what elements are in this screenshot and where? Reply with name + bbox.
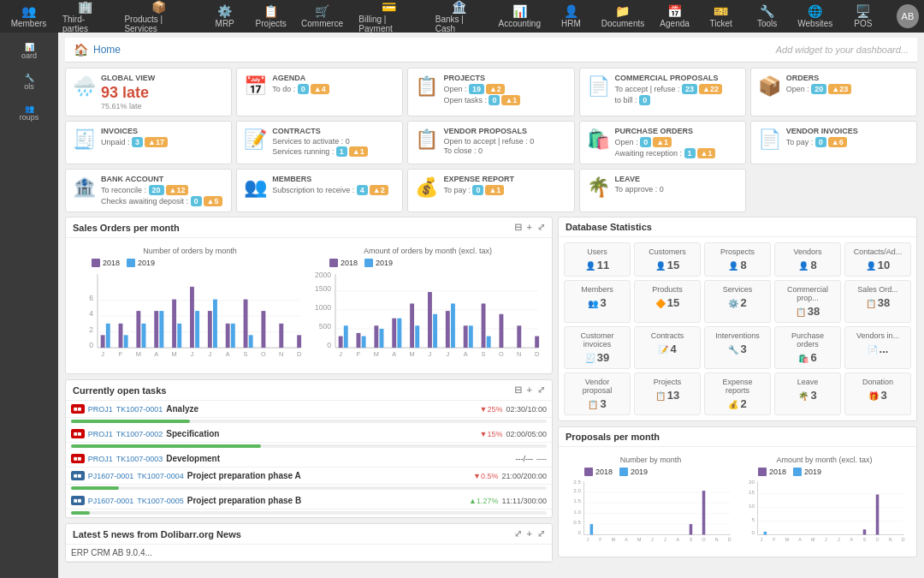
card-bank-account[interactable]: 🏦 BANK ACCOUNT To reconcile : 20▲12 Chec… (65, 169, 232, 212)
prop-legend-2018: 2018 (584, 468, 613, 476)
stat-customer-invoices[interactable]: Customer invoices 🧾39 (564, 326, 631, 369)
card-purchase-orders[interactable]: 🛍️ PURCHASE ORDERS Open : 0▲1 Awaiting r… (579, 121, 746, 164)
stat-contacts[interactable]: Contacts/Ad... 👤10 (844, 242, 911, 277)
svg-rect-69 (487, 337, 491, 348)
card-expense-report[interactable]: 💰 EXPENSE REPORT To pay : 0▲1 (407, 169, 574, 212)
stat-purchase-orders[interactable]: Purchase orders 🛍️6 (774, 326, 841, 369)
stat-prospects[interactable]: Prospects 👤8 (704, 242, 771, 277)
stat-contracts[interactable]: Contracts 📝4 (634, 326, 701, 369)
card-projects[interactable]: 📋 PROJECTS Open : 19▲2 Open tasks : 0▲1 (407, 68, 574, 116)
tasks-filter-icon[interactable]: ⊟ (514, 384, 522, 396)
stat-leave[interactable]: Leave 🌴3 (774, 372, 841, 415)
card-contracts[interactable]: 📝 CONTRACTS Services to activate : 0 Ser… (236, 121, 403, 164)
nav-tools[interactable]: 🔧 Tools (746, 2, 789, 31)
nav-billing[interactable]: 💳 Billing | Payment (352, 0, 424, 36)
nav-accounting[interactable]: 📊 Accounting (493, 2, 546, 31)
card-vendor-proposals[interactable]: 📋 VENDOR PROPOSALS Open to accept | refu… (407, 121, 574, 164)
news-expand-icon[interactable]: ⤢ (537, 528, 545, 539)
expand-icon[interactable]: ⤢ (537, 222, 545, 233)
nav-ticket[interactable]: 🎫 Ticket (700, 2, 743, 31)
stat-members[interactable]: Members 👥3 (564, 280, 631, 323)
card-commercial-proposals[interactable]: 📄 COMMERCIAL PROPOSALS To accept | refus… (579, 68, 746, 116)
nav-third-parties[interactable]: 🏢 Third-parties (56, 0, 114, 36)
stat-products[interactable]: Products 🔶15 (634, 280, 701, 323)
tasks-add-icon[interactable]: + (527, 384, 532, 396)
bank-account-icon: 🏦 (73, 176, 96, 199)
svg-rect-15 (154, 311, 158, 348)
nav-members[interactable]: 👥 Members (5, 2, 52, 31)
main-content: 🏠 Home Add widget to your dashboard... 🌧… (58, 33, 924, 578)
nav-agenda[interactable]: 📅 Agenda (654, 2, 696, 31)
card-orders[interactable]: 📦 ORDERS Open : 20▲23 (750, 68, 917, 116)
stat-vendor-proposal[interactable]: Vendor proposal 📋3 (564, 372, 631, 415)
prop-legend-2019: 2019 (619, 468, 648, 476)
svg-text:M: M (637, 537, 641, 542)
add-icon[interactable]: + (527, 222, 532, 233)
sidebar-item-groups[interactable]: 👥 roups (0, 98, 58, 128)
sales-orders-widget: Sales Orders per month ⊟ + ⤢ Number of o… (65, 217, 553, 374)
nav-documents[interactable]: 📁 Documents (595, 2, 649, 31)
task-tk-1[interactable]: TK1007-0001 (116, 405, 163, 414)
news-item: ERP CRM AB 9.0.4... (66, 545, 552, 562)
nav-pos[interactable]: 🖥️ POS (842, 2, 885, 31)
card-agenda[interactable]: 📅 AGENDA To do : 0▲4 (236, 68, 403, 116)
task-pct-5: ▲1.27% (469, 497, 498, 505)
user-avatar[interactable]: AB (897, 4, 919, 28)
nav-mrp[interactable]: ⚙️ MRP (204, 2, 246, 31)
stat-sales-orders[interactable]: Sales Ord... 📋38 (844, 280, 911, 323)
task-proj-3[interactable]: PROJ1 (88, 455, 113, 463)
filter-icon[interactable]: ⊟ (514, 222, 522, 233)
stat-vendors[interactable]: Vendors 👤8 (774, 242, 841, 277)
task-tk-3[interactable]: TK1007-0003 (116, 455, 163, 463)
cards-row-1: 🌧️ GLOBAL VIEW 93 late 75.61% late 📅 AGE… (65, 68, 917, 116)
card-invoices[interactable]: 🧾 INVOICES Unpaid : 3▲17 (65, 121, 232, 164)
accounting-icon: 📊 (512, 4, 527, 18)
stat-customers[interactable]: Customers 👤15 (634, 242, 701, 277)
task-tk-2[interactable]: TK1007-0002 (116, 430, 163, 438)
news-share-icon[interactable]: ⤢ (514, 528, 522, 539)
nav-websites[interactable]: 🌐 Websites (792, 2, 838, 31)
svg-rect-54 (357, 333, 361, 348)
card-vendor-invoices[interactable]: 📄 VENDOR INVOICES To pay : 0▲6 (750, 121, 917, 164)
svg-rect-59 (397, 319, 401, 348)
svg-rect-57 (380, 329, 384, 348)
task-proj-2[interactable]: PROJ1 (88, 430, 113, 438)
stat-services[interactable]: Services ⚙️2 (704, 280, 771, 323)
amount-legend-2019-label: 2019 (376, 259, 393, 267)
news-add-icon[interactable]: + (527, 528, 532, 539)
svg-text:A: A (677, 537, 680, 542)
nav-banks[interactable]: 🏦 Banks | Cash (429, 0, 489, 36)
task-tk-4[interactable]: TK1007-0004 (137, 472, 184, 480)
task-proj-1[interactable]: PROJ1 (88, 405, 113, 414)
vendor-proposals-open: Open to accept | refuse : 0 (443, 137, 566, 146)
nav-commerce[interactable]: 🛒 Commerce (296, 2, 349, 31)
task-proj-4[interactable]: PJ1607-0001 (88, 472, 134, 480)
card-leave[interactable]: 🌴 LEAVE To approve : 0 (579, 169, 746, 212)
stat-vendor-invoices[interactable]: Vendors in... 📄... (844, 326, 911, 369)
stat-donation[interactable]: Donation 🎁3 (844, 372, 911, 415)
stat-commercial-prop[interactable]: Commercial prop... 📋38 (774, 280, 841, 323)
sidebar-item-board[interactable]: 📊 oard (0, 36, 58, 67)
nav-hrm[interactable]: 👤 HRM (549, 2, 592, 31)
page-title[interactable]: Home (93, 44, 121, 56)
stat-interventions[interactable]: Interventions 🔧3 (704, 326, 771, 369)
svg-text:N: N (517, 350, 521, 358)
svg-text:F: F (119, 350, 123, 358)
stat-expense-reports[interactable]: Expense reports 💰2 (704, 372, 771, 415)
svg-rect-72 (535, 337, 539, 348)
stat-users[interactable]: Users 👤11 (564, 242, 631, 277)
card-global-view[interactable]: 🌧️ GLOBAL VIEW 93 late 75.61% late (65, 68, 232, 116)
sidebar-item-tools[interactable]: 🔧 ols (0, 67, 58, 98)
tasks-expand-icon[interactable]: ⤢ (537, 384, 545, 396)
nav-products[interactable]: 📦 Products | Services (117, 0, 199, 36)
svg-rect-53 (344, 325, 348, 348)
task-tk-5[interactable]: TK1007-0005 (137, 497, 184, 505)
agenda-card-icon: 📅 (244, 75, 267, 98)
card-members[interactable]: 👥 MEMBERS Subscription to receive : 4▲2 (236, 169, 403, 212)
stat-projects[interactable]: Projects 📋13 (634, 372, 701, 415)
nav-projects[interactable]: 📋 Projects (250, 2, 293, 31)
proposals-chart-header: Proposals per month (559, 427, 916, 447)
task-proj-5[interactable]: PJ1607-0001 (88, 497, 134, 505)
svg-text:D: D (902, 537, 905, 542)
svg-text:1000: 1000 (315, 303, 331, 312)
